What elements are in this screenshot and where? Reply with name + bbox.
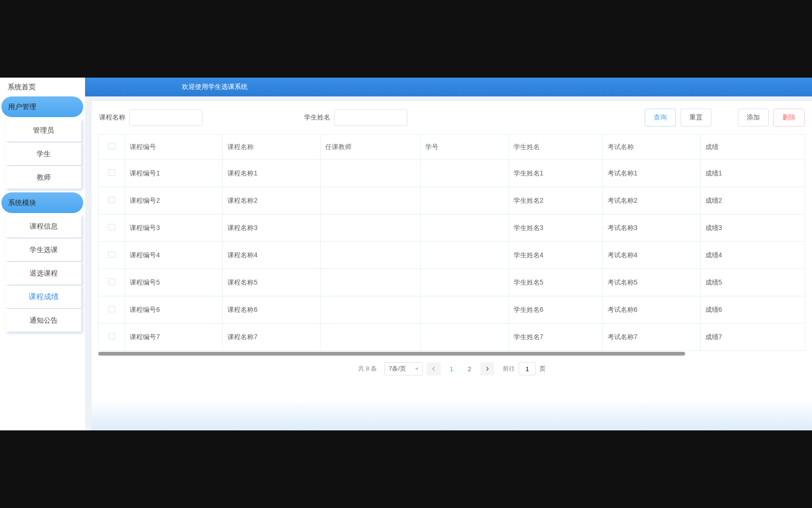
search-label-course: 课程名称 [99,113,125,122]
add-button[interactable]: 添加 [738,109,769,127]
data-table: 课程编号 课程名称 任课教师 学号 学生姓名 考试名称 成绩 课程编号1课程名称… [98,134,805,351]
sidebar-item-course-grade[interactable]: 课程成绩 [6,286,81,308]
sidebar-item-admin[interactable]: 管理员 [6,119,81,142]
sidebar-section-system-module[interactable]: 系统模块 [1,192,83,213]
sidebar-item-course-info[interactable]: 课程信息 [6,215,81,238]
cell-成绩: 成绩4 [700,242,805,269]
cell-考试名称: 考试名称1 [602,160,700,187]
banner-title: 欢迎使用学生选课系统 [182,83,248,91]
row-checkbox[interactable] [109,306,115,312]
select-all-checkbox[interactable] [109,143,115,150]
sidebar: 系统首页 用户管理 管理员 学生 教师 系统模块 课程信息 学生选课 退选课程 … [0,78,85,430]
cell-课程名称: 课程名称6 [223,296,320,324]
search-input-student[interactable] [334,109,407,126]
sidebar-home-link[interactable]: 系统首页 [0,78,85,96]
cell-考试名称: 考试名称5 [602,269,700,296]
cell-学号 [421,324,508,351]
row-checkbox-cell [99,242,125,269]
cell-学生姓名: 学生姓名6 [508,296,602,324]
header-course-name: 课程名称 [223,135,320,160]
row-checkbox-cell [99,160,125,187]
cell-课程名称: 课程名称3 [223,214,320,242]
page-size-select[interactable]: 7条/页 [384,362,423,375]
pagination: 共 8 条 7条/页 1 2 前往 页 [92,362,812,375]
cell-课程编号: 课程编号6 [125,296,223,324]
reset-button[interactable]: 重置 [680,109,711,127]
row-checkbox[interactable] [109,197,115,203]
row-checkbox[interactable] [109,333,115,340]
horizontal-scrollbar-track[interactable] [98,352,805,356]
header-course-id: 课程编号 [125,135,223,160]
chevron-left-icon [431,366,436,371]
pagination-page-1[interactable]: 1 [445,362,459,375]
cell-任课教师 [320,187,421,214]
row-checkbox[interactable] [109,251,115,258]
delete-button[interactable]: 删除 [773,109,804,127]
sidebar-item-student-select[interactable]: 学生选课 [6,238,81,261]
row-checkbox-cell [99,187,125,214]
row-checkbox[interactable] [109,169,115,176]
cell-学生姓名: 学生姓名5 [508,269,602,296]
cell-任课教师 [320,324,421,351]
sidebar-section-user-mgmt[interactable]: 用户管理 [1,96,83,117]
row-checkbox-cell [99,296,125,324]
cell-学号 [421,296,508,324]
horizontal-scrollbar-thumb[interactable] [98,352,685,356]
cell-学生姓名: 学生姓名1 [508,160,602,187]
cell-学号 [421,214,508,242]
search-row: 课程名称 学生姓名 查询 重置 添加 删除 [92,101,812,134]
query-button[interactable]: 查询 [645,109,676,127]
table-header-row: 课程编号 课程名称 任课教师 学号 学生姓名 考试名称 成绩 [99,135,805,160]
pagination-page-2[interactable]: 2 [462,362,476,375]
table-row: 课程编号7课程名称7学生姓名7考试名称7成绩7 [99,324,805,351]
cell-课程编号: 课程编号7 [125,324,223,351]
row-checkbox-cell [99,269,125,296]
row-checkbox-cell [99,324,125,351]
cell-考试名称: 考试名称7 [602,324,700,351]
search-input-course[interactable] [129,109,203,126]
sidebar-item-notice[interactable]: 通知公告 [6,309,81,332]
pagination-jump-input[interactable] [519,362,536,375]
cell-考试名称: 考试名称3 [602,214,700,242]
cell-学号 [421,160,508,187]
header-student-id: 学号 [421,135,508,160]
cell-任课教师 [320,269,421,296]
page-size-value: 7条/页 [389,365,406,373]
cell-学生姓名: 学生姓名4 [508,242,602,269]
cell-学号 [421,187,508,214]
cell-考试名称: 考试名称2 [602,187,700,214]
cell-任课教师 [320,214,421,242]
cell-成绩: 成绩1 [700,160,805,187]
chevron-right-icon [485,366,490,371]
table-row: 课程编号4课程名称4学生姓名4考试名称4成绩4 [99,242,805,269]
cell-学生姓名: 学生姓名3 [508,214,602,242]
header-grade: 成绩 [700,135,805,160]
table-row: 课程编号5课程名称5学生姓名5考试名称5成绩5 [99,269,805,296]
sidebar-item-drop-course[interactable]: 退选课程 [6,262,81,285]
cell-成绩: 成绩6 [700,296,805,324]
row-checkbox[interactable] [109,278,115,285]
search-group-student: 学生姓名 [304,109,407,126]
cell-课程编号: 课程编号2 [125,187,223,214]
header-teacher: 任课教师 [320,135,421,160]
content-panel: 课程名称 学生姓名 查询 重置 添加 删除 [92,101,812,430]
sidebar-item-teacher[interactable]: 教师 [6,166,81,189]
cell-课程编号: 课程编号4 [125,242,223,269]
pagination-next-button[interactable] [480,362,494,375]
row-checkbox[interactable] [109,224,115,230]
pagination-prev-button[interactable] [427,362,441,375]
header-exam-name: 考试名称 [602,135,700,160]
cell-成绩: 成绩7 [700,324,805,351]
table-row: 课程编号2课程名称2学生姓名2考试名称2成绩2 [99,187,805,214]
row-checkbox-cell [99,214,125,242]
search-label-student: 学生姓名 [304,113,330,122]
sidebar-item-student[interactable]: 学生 [6,143,81,165]
pagination-jump-prefix: 前往 [503,365,515,373]
pagination-total: 共 8 条 [358,365,377,373]
table-row: 课程编号3课程名称3学生姓名3考试名称3成绩3 [99,214,805,242]
table-row: 课程编号6课程名称6学生姓名6考试名称6成绩6 [99,296,805,324]
header-student-name: 学生姓名 [508,135,602,160]
cell-考试名称: 考试名称4 [602,242,700,269]
cell-学生姓名: 学生姓名7 [508,324,602,351]
cell-课程名称: 课程名称2 [223,187,320,214]
